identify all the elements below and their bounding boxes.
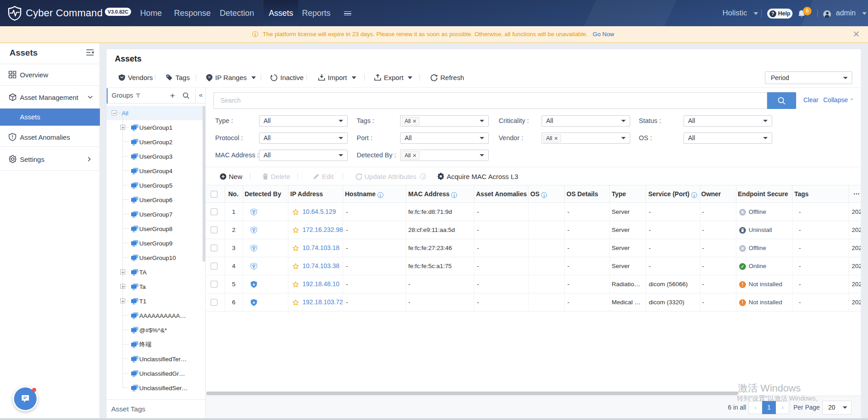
svg-text:e: e bbox=[253, 282, 255, 287]
svg-text:e: e bbox=[253, 300, 255, 305]
